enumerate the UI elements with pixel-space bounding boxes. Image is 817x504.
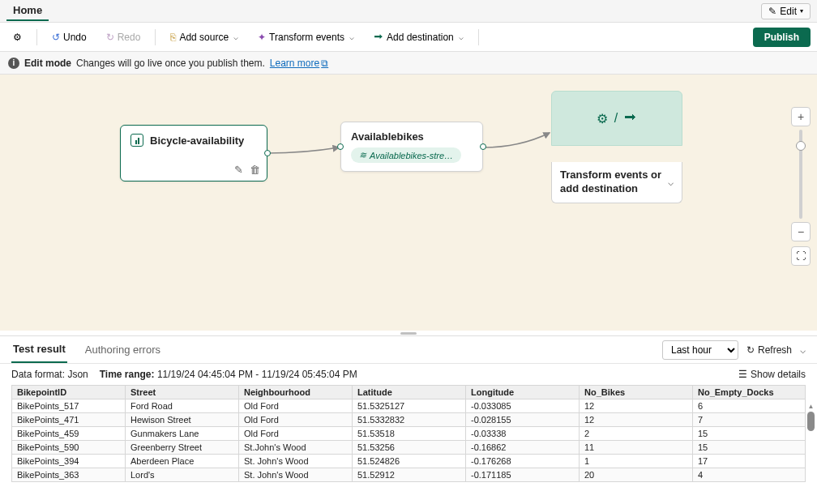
source-node[interactable]: Bicycle-availability ✎ 🗑 <box>120 125 267 182</box>
zoom-slider-thumb[interactable] <box>796 141 806 151</box>
source-node-title: Bicycle-availability <box>150 135 244 147</box>
stream-node-title: Availablebikes <box>351 130 473 143</box>
table-row[interactable]: BikePoints_363Lord'sSt. John's Wood51.52… <box>12 468 806 482</box>
external-link-icon: ⧉ <box>321 58 328 69</box>
connector-1 <box>267 115 349 196</box>
undo-button[interactable]: ↺Undo <box>45 28 93 46</box>
data-format-value: Json <box>67 369 88 380</box>
stream-icon: ≋ <box>359 150 366 160</box>
zoom-in-button[interactable]: + <box>791 107 811 126</box>
output-arrow-icon: ⮕ <box>624 111 637 126</box>
stream-pill[interactable]: ≋ Availablebikes-stre… <box>351 147 461 163</box>
table-scrollbar[interactable]: ▲ <box>806 403 816 431</box>
zoom-fit-button[interactable]: ⛶ <box>791 246 811 266</box>
output-port[interactable] <box>264 150 271 156</box>
zoom-out-button[interactable]: − <box>791 222 811 241</box>
edit-node-icon[interactable]: ✎ <box>234 164 243 176</box>
col-latitude[interactable]: Latitude <box>353 386 466 399</box>
undo-icon: ↺ <box>52 32 60 43</box>
add-source-icon: ⎘ <box>170 32 176 43</box>
learn-more-link[interactable]: Learn more⧉ <box>270 58 328 69</box>
canvas[interactable]: Bicycle-availability ✎ 🗑 Availablebikes … <box>0 75 817 331</box>
col-neighbourhood[interactable]: Neighbourhood <box>239 386 353 399</box>
data-format-label: Data format: <box>11 369 65 380</box>
gear-icon: ⚙ <box>13 32 22 43</box>
add-destination-button[interactable]: ⮕Add destination <box>367 28 470 46</box>
home-tab[interactable]: Home <box>6 1 49 21</box>
table-row[interactable]: BikePoints_471Hewison StreetOld Ford51.5… <box>12 413 806 427</box>
transform-icon: ⚙ <box>597 111 608 126</box>
chevron-down-icon: ▾ <box>800 7 803 15</box>
chevron-down-icon[interactable]: ⌵ <box>668 177 674 188</box>
pencil-icon: ✎ <box>768 6 776 17</box>
results-panel: Test result Authoring errors Last hour ↻… <box>0 335 817 504</box>
bar-chart-icon <box>130 134 143 147</box>
chevron-down-icon[interactable]: ⌵ <box>800 344 806 356</box>
add-destination-icon: ⮕ <box>374 32 383 43</box>
col-bikepointid[interactable]: BikepointID <box>12 386 126 399</box>
stream-node[interactable]: Availablebikes ≋ Availablebikes-stre… <box>340 122 483 172</box>
tab-authoring-errors[interactable]: Authoring errors <box>83 337 162 362</box>
settings-button[interactable]: ⚙ <box>6 28 28 46</box>
tab-test-result[interactable]: Test result <box>11 336 67 363</box>
delete-node-icon[interactable]: 🗑 <box>250 164 260 176</box>
table-row[interactable]: BikePoints_394Aberdeen PlaceSt. John's W… <box>12 455 806 468</box>
col-street[interactable]: Street <box>126 386 239 399</box>
transform-events-button[interactable]: ✦Transform events <box>251 28 361 46</box>
info-icon: i <box>8 58 19 69</box>
col-longitude[interactable]: Longitude <box>466 386 580 399</box>
input-port[interactable] <box>337 143 344 150</box>
table-row[interactable]: BikePoints_517Ford RoadOld Ford51.532512… <box>12 399 806 413</box>
show-details-button[interactable]: ☰Show details <box>738 369 806 380</box>
edit-button[interactable]: ✎ Edit ▾ <box>761 3 811 19</box>
results-table: BikepointIDStreetNeighbourhoodLatitudeLo… <box>11 385 806 482</box>
edit-mode-label: Edit mode <box>24 58 71 69</box>
output-port[interactable] <box>480 143 486 150</box>
table-row[interactable]: BikePoints_590Greenberry StreetSt.John's… <box>12 441 806 455</box>
zoom-controls: + − ⛶ <box>791 107 811 266</box>
redo-button[interactable]: ↻Redo <box>100 28 148 46</box>
time-filter-select[interactable]: Last hour <box>662 340 738 360</box>
edit-mode-message: Changes will go live once you publish th… <box>76 58 265 69</box>
col-no_bikes[interactable]: No_Bikes <box>580 386 693 399</box>
time-range-value: 11/19/24 04:45:04 PM - 11/19/24 05:45:04… <box>157 369 357 380</box>
time-range-label: Time range: <box>100 369 155 380</box>
add-source-button[interactable]: ⎘Add source <box>164 28 245 46</box>
zoom-slider-track[interactable] <box>799 130 802 219</box>
destination-placeholder-node[interactable]: Transform events or add destination ⌵ <box>551 162 682 203</box>
transform-icon: ✦ <box>258 32 266 43</box>
table-row[interactable]: BikePoints_459Gunmakers LaneOld Ford51.5… <box>12 427 806 441</box>
destination-placeholder-header: ⚙ / ⮕ <box>551 91 682 146</box>
details-icon: ☰ <box>738 369 747 380</box>
refresh-icon: ↻ <box>746 344 755 356</box>
col-no_empty_docks[interactable]: No_Empty_Docks <box>693 386 806 399</box>
publish-button[interactable]: Publish <box>753 28 811 47</box>
redo-icon: ↻ <box>106 32 114 43</box>
refresh-button[interactable]: ↻Refresh <box>746 344 792 356</box>
